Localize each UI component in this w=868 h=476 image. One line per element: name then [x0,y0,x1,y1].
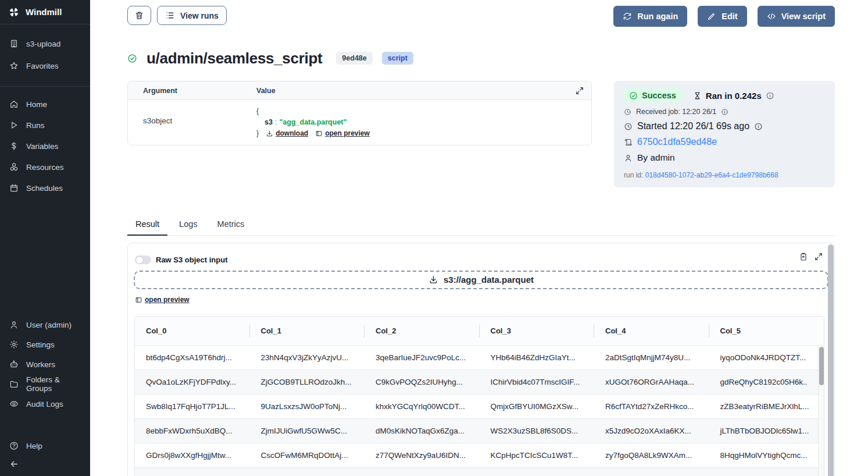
delete-run-button[interactable] [127,6,151,25]
table-cell: 3qeBarIueJF2uvc9PoLc... [365,346,480,370]
table-cell: khxkYGCqYrlq00WCDT... [365,395,480,419]
preview-icon [135,296,142,304]
info-icon[interactable] [721,108,728,116]
json-key: s3 [265,118,273,126]
view-runs-button[interactable]: View runs [157,6,227,25]
sidebar-item-user[interactable]: User (admin) [0,315,90,335]
table-row: 8ebbFxWDxrh5uXdBQ... ZjmIJUiGwfU5GWw5C..… [135,419,824,443]
app-window: Windmill s3-upload Favorites Home Runs [0,0,868,476]
table-cell: C9kGvPOQZs2IUHyhg... [365,370,480,395]
refresh-icon [623,12,632,21]
argument-name: s3object [128,100,256,145]
table-cell: 2aDtSgtIqMnjjM74y8U... [594,346,709,370]
sidebar-item-home[interactable]: Home [0,94,90,115]
clock-icon [624,108,631,116]
play-icon [9,120,19,130]
sidebar-item-favorites[interactable]: Favorites [0,55,90,77]
info-icon[interactable] [766,91,774,100]
table-cell: zy7fgoQ8A8Lk9WXAm... [594,443,709,468]
result-tabs: Result Logs Metrics [127,219,835,236]
sidebar-item-schedules[interactable]: Schedules [0,177,90,198]
column-header: Col_1 [250,317,365,346]
check-circle-icon [629,91,638,100]
table-cell: R6cfTAYtd27xZeRHkco... [594,395,709,419]
result-table-header: Col_0 Col_1 Col_2 Col_3 Col_4 Col_5 [135,317,824,346]
expand-icon[interactable] [814,252,823,261]
job-id-line: 6750c1dfa59ed48e [624,137,825,147]
table-row: bt6dp4CgXsA19T6hdrj... 23hN4qxV3jZkYyAzj… [135,346,824,370]
edit-button[interactable]: Edit [698,6,746,27]
run-again-button[interactable]: Run again [613,6,687,27]
s3-file-download-button[interactable]: s3://agg_data.parquet [134,271,828,289]
sidebar-item-s3-upload[interactable]: s3-upload [0,33,90,55]
column-header: Col_4 [594,317,709,346]
table-row: Swb8Iq17FqHjoT7P1JL... 9UazLsxzsJW0oPToN… [135,395,824,419]
eye-icon [9,399,19,408]
toolbar: View runs Run again Edit View script [127,6,835,27]
info-icon[interactable] [754,122,763,131]
building-icon [9,39,19,48]
copy-icon[interactable] [799,252,808,261]
sidebar-item-settings[interactable]: Settings [0,335,90,354]
duration: Ran in 0.242s [693,91,774,101]
arrow-left-icon[interactable] [9,459,19,469]
sidebar: Windmill s3-upload Favorites Home Runs [0,0,90,476]
table-cell: ZjGCOB9TLLROdzoJkh... [250,370,365,395]
run-id-line: run id: 018d4580-1072-ab29-e6a4-c1de9798… [624,171,825,179]
sidebar-item-variables[interactable]: Variables [0,136,90,157]
check-circle-icon [127,54,137,63]
table-cell: dM0sKikNOTaqGx6Zga... [365,419,480,443]
preview-icon [315,130,323,137]
scroll-icon [624,138,633,147]
sidebar-item-label: Settings [26,340,55,349]
table-cell: iyqoODoNk4JRDQTZT... [709,346,824,370]
table-cell: CscOFwM6MRqDOttAj... [250,443,365,468]
table-scrollbar-thumb[interactable] [819,347,824,385]
download-link[interactable]: download [266,128,308,139]
started-line: Started 12:20 26/1 69s ago [624,121,825,132]
table-cell: 8HqgHMolVYtighQcmc... [709,443,824,468]
raw-s3-toggle-label: Raw S3 object input [156,255,228,264]
panel-scrollbar[interactable] [828,244,834,476]
dollar-icon [9,141,19,151]
gear-icon [9,340,19,349]
folder-icon [9,379,19,389]
table-cell: ZjmIJUiGwfU5GWw5C... [250,419,365,443]
table-cell: xUGOt76ORGrAAHaqa... [594,370,709,395]
sidebar-item-workers[interactable]: Workers [0,354,90,374]
tab-logs[interactable]: Logs [171,219,205,235]
open-preview-link[interactable]: open preview [315,128,370,139]
hash-badge: 9ed48e [336,52,372,65]
result-table: Col_0 Col_1 Col_2 Col_3 Col_4 Col_5 bt6d… [134,316,824,476]
sidebar-bottom-group: User (admin) Settings Workers Folders & … [0,315,90,476]
job-id-link[interactable]: 6750c1dfa59ed48e [637,137,717,147]
table-row [135,468,824,476]
sidebar-item-audit-logs[interactable]: Audit Logs [0,394,90,414]
windmill-logo-icon [8,6,20,18]
table-scrollbar[interactable] [818,346,824,476]
open-preview-link[interactable]: open preview [135,296,190,304]
question-circle-icon [9,441,19,450]
sidebar-item-runs[interactable]: Runs [0,115,90,136]
table-cell: 8ebbFxWDxrh5uXdBQ... [135,419,250,443]
expand-icon[interactable] [575,86,584,95]
brand[interactable]: Windmill [0,0,90,24]
raw-s3-toggle[interactable] [135,255,151,264]
run-id-link[interactable]: 018d4580-1072-ab29-e6a4-c1de9798b668 [645,171,778,179]
column-header: Col_0 [135,317,250,346]
sidebar-item-label: Runs [26,121,45,130]
json-value: "agg_data.parquet" [279,118,347,126]
sidebar-item-resources[interactable]: Resources [0,157,90,177]
tab-result[interactable]: Result [127,219,167,236]
sidebar-item-label: s3-upload [26,40,60,48]
tab-metrics[interactable]: Metrics [209,219,253,235]
sidebar-item-folders-groups[interactable]: Folders & Groups [0,374,90,394]
view-script-button[interactable]: View script [758,6,835,27]
table-row: GDrs0j8wXXgfHgjjMtw... CscOFwM6MRqDOttAj… [135,443,824,468]
table-cell: WS2X3uzSBL8f6S0DS... [480,419,595,443]
table-cell: gdReQhyC8192c05H6k.. [709,370,824,395]
main-content: View runs Run again Edit View script [90,0,868,476]
sidebar-item-label: Help [26,442,42,450]
table-cell: bt6dp4CgXsA19T6hdrj... [135,346,250,370]
sidebar-item-help[interactable]: Help [0,436,90,456]
